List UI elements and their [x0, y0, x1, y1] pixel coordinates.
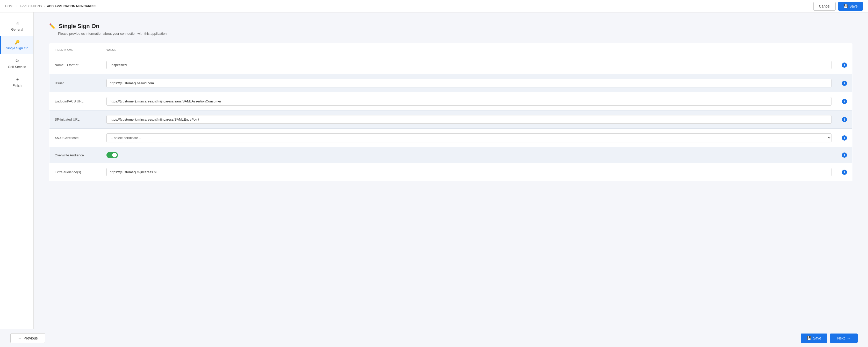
col-header-field-name: FIELD NAME [50, 44, 101, 56]
plane-icon: ✈ [16, 77, 19, 82]
value-col-name-id-format [101, 56, 837, 74]
info-icon-overwrite-audience[interactable]: i [842, 152, 847, 158]
content-area: ✏️ Single Sign On Please provide us info… [34, 12, 868, 347]
info-col-issuer: i [837, 74, 852, 92]
field-name-issuer: Issuer [50, 74, 101, 92]
info-col-x509: i [837, 128, 852, 147]
breadcrumb-applications[interactable]: APPLICATIONS [20, 4, 42, 8]
field-name-extra-audiences: Extra audience(s) [50, 163, 101, 181]
page-header-icon: ✏️ [49, 23, 56, 29]
breadcrumb-sep-2: › [44, 5, 45, 7]
extra-audiences-input[interactable] [106, 168, 832, 176]
sidebar-item-sso[interactable]: 🔑 Single Sign On [0, 36, 33, 54]
page-header: ✏️ Single Sign On [49, 23, 852, 30]
table-row: SP-initiated URL i [50, 111, 852, 128]
value-col-sp-url [101, 111, 837, 128]
info-col-sp-url: i [837, 111, 852, 128]
bottom-bar: ← Previous 💾 Save Next → [0, 329, 868, 347]
field-name-sp-url: SP-initiated URL [50, 111, 101, 128]
info-icon-name-id-format[interactable]: i [842, 62, 847, 68]
name-id-format-input[interactable] [106, 61, 832, 69]
field-name-x509: X509 Certificate [50, 128, 101, 147]
info-icon-extra-audiences[interactable]: i [842, 170, 847, 175]
info-icon-x509[interactable]: i [842, 135, 847, 141]
overwrite-audience-toggle[interactable] [106, 152, 118, 158]
field-name-acs-url: Endpoint/ACS URL [50, 92, 101, 111]
save-button-top[interactable]: 💾 Save [838, 2, 863, 11]
sidebar-label-selfservice: Self Service [8, 65, 26, 69]
acs-url-input[interactable] [106, 97, 832, 106]
page-subtitle: Please provide us information about your… [58, 32, 852, 35]
info-icon-acs-url[interactable]: i [842, 99, 847, 104]
table-row: Name ID format i [50, 56, 852, 74]
sidebar-item-selfservice[interactable]: ⚙ Self Service [0, 55, 33, 73]
key-icon: 🔑 [14, 40, 20, 45]
arrow-right-icon: → [847, 336, 850, 340]
sp-url-input[interactable] [106, 115, 832, 124]
topbar: HOME › APPLICATIONS › ADD APPLICATION MI… [0, 0, 868, 12]
page-title: Single Sign On [59, 23, 99, 30]
sidebar-item-general[interactable]: 🖥 General [0, 18, 33, 35]
col-header-value: VALUE [101, 44, 837, 56]
gear-icon: ⚙ [15, 58, 19, 63]
sidebar-label-general: General [11, 28, 23, 31]
breadcrumb-current: ADD APPLICATION MIJNCARESS [47, 4, 96, 8]
sso-form-table: FIELD NAME VALUE Name ID format i [49, 43, 852, 181]
value-col-extra-audiences [101, 163, 837, 181]
field-name-overwrite-audience: Overwrite Audience [50, 147, 101, 163]
next-button[interactable]: Next → [830, 334, 858, 343]
info-col-name-id-format: i [837, 56, 852, 74]
value-col-issuer [101, 74, 837, 92]
cancel-button[interactable]: Cancel [813, 2, 836, 11]
toggle-slider [106, 152, 118, 158]
table-row: Overwrite Audience i [50, 147, 852, 163]
sidebar-label-finish: Finish [13, 84, 22, 87]
bottom-right-actions: 💾 Save Next → [801, 334, 858, 343]
x509-select[interactable]: -- select certificate -- [106, 133, 832, 142]
table-header-row: FIELD NAME VALUE [50, 44, 852, 56]
info-col-extra-audiences: i [837, 163, 852, 181]
info-col-acs-url: i [837, 92, 852, 111]
table-row: Issuer i [50, 74, 852, 92]
value-col-overwrite-audience [101, 147, 837, 163]
value-col-x509: -- select certificate -- [101, 128, 837, 147]
monitor-icon: 🖥 [15, 21, 19, 26]
value-col-acs-url [101, 92, 837, 111]
toggle-wrapper-overwrite-audience [106, 152, 832, 158]
table-row: Endpoint/ACS URL i [50, 92, 852, 111]
save-icon-bottom: 💾 [807, 336, 811, 340]
save-icon-top: 💾 [843, 4, 848, 8]
arrow-left-icon: ← [18, 336, 22, 340]
sidebar: 🖥 General 🔑 Single Sign On ⚙ Self Servic… [0, 12, 34, 347]
field-name-name-id-format: Name ID format [50, 56, 101, 74]
info-col-overwrite-audience: i [837, 147, 852, 163]
sidebar-item-finish[interactable]: ✈ Finish [0, 74, 33, 91]
breadcrumb-home[interactable]: HOME [5, 4, 14, 8]
info-icon-sp-url[interactable]: i [842, 117, 847, 122]
topbar-actions: Cancel 💾 Save [813, 2, 863, 11]
breadcrumb-sep-1: › [17, 5, 18, 7]
issuer-input[interactable] [106, 79, 832, 87]
sidebar-label-sso: Single Sign On [6, 46, 29, 50]
breadcrumb: HOME › APPLICATIONS › ADD APPLICATION MI… [5, 4, 97, 8]
main-layout: 🖥 General 🔑 Single Sign On ⚙ Self Servic… [0, 12, 868, 347]
previous-button[interactable]: ← Previous [10, 333, 45, 343]
table-row: X509 Certificate -- select certificate -… [50, 128, 852, 147]
table-row: Extra audience(s) i [50, 163, 852, 181]
info-icon-issuer[interactable]: i [842, 81, 847, 86]
save-button-bottom[interactable]: 💾 Save [801, 334, 827, 343]
